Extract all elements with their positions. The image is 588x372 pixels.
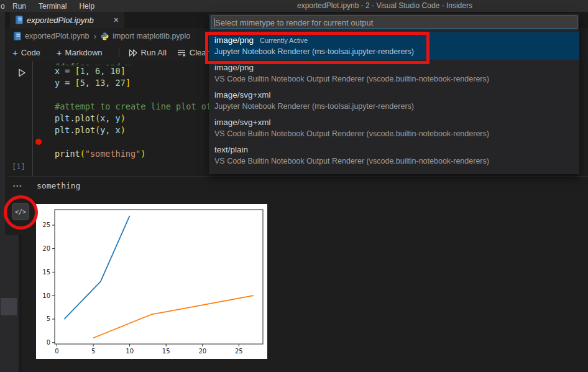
y-tick-label: 5 bbox=[47, 315, 50, 322]
code-editor-area[interactable]: #define x and yx = [1, 6, 10]y = [5, 13,… bbox=[55, 61, 211, 160]
matplotlib-figure: 05101520250510152025 bbox=[36, 204, 267, 359]
toolbar-divider bbox=[119, 49, 119, 57]
code-token: , bbox=[100, 66, 110, 76]
x-tick-label: 5 bbox=[91, 348, 95, 355]
menu-run[interactable]: Run bbox=[6, 2, 32, 11]
toggle-output-code-button[interactable]: </> bbox=[12, 203, 29, 220]
code-token: 6 bbox=[95, 66, 100, 76]
code-token: , bbox=[85, 78, 95, 88]
code-token: , bbox=[105, 78, 115, 88]
add-markdown-button[interactable]: + Markdown bbox=[57, 48, 103, 57]
x-tick-label: 10 bbox=[126, 348, 134, 355]
quickpick-item-label: text/plain bbox=[214, 145, 248, 154]
menu-terminal[interactable]: Terminal bbox=[32, 2, 73, 11]
code-token: ] bbox=[121, 66, 126, 76]
code-token: plot bbox=[75, 125, 96, 135]
code-token: . bbox=[70, 113, 75, 123]
code-token: x bbox=[116, 125, 121, 135]
scrollbar-thumb[interactable] bbox=[1, 298, 17, 315]
quickpick-item[interactable]: image/svg+xmlJupyter Notebook Renderer (… bbox=[209, 87, 579, 114]
code-line[interactable]: x = [1, 6, 10] bbox=[55, 65, 211, 77]
code-token: ) bbox=[140, 149, 145, 159]
x-tick-label: 20 bbox=[198, 348, 206, 355]
code-token: plot bbox=[75, 113, 96, 123]
tab-exportedplot[interactable]: exportedPlot.ipynb × bbox=[10, 12, 124, 28]
quickpick-item-description: VS Code Builtin Notebook Output Renderer… bbox=[214, 75, 579, 83]
menu-help[interactable]: Help bbox=[73, 2, 101, 11]
output-stdout-text: something bbox=[37, 181, 80, 190]
breadcrumb-file[interactable]: exportedPlot.ipynb bbox=[25, 32, 90, 40]
breakpoint-icon[interactable] bbox=[35, 139, 42, 145]
quickpick-item[interactable]: image/pngCurrently ActiveJupyter Noteboo… bbox=[209, 32, 579, 60]
code-line[interactable]: print("something") bbox=[55, 148, 211, 160]
code-token: . bbox=[70, 125, 75, 135]
text-caret bbox=[214, 18, 214, 27]
tab-close-icon[interactable]: × bbox=[114, 16, 119, 24]
quickpick-item-label: image/png bbox=[214, 63, 254, 72]
output-plot-image: 05101520250510152025 bbox=[36, 204, 267, 359]
quickpick-input[interactable]: Select mimetype to render for current ou… bbox=[211, 16, 577, 29]
code-token: plt bbox=[55, 113, 70, 123]
code-token: x bbox=[55, 66, 60, 76]
breadcrumb-symbol[interactable]: import matplotlib.pyplo bbox=[113, 32, 190, 40]
x-tick-label: 25 bbox=[235, 348, 243, 355]
menu-item-partial[interactable]: o bbox=[0, 2, 6, 11]
run-all-label: Run All bbox=[141, 48, 167, 57]
notebook-icon bbox=[14, 32, 21, 40]
output-options-icon[interactable]: ⋯ bbox=[12, 180, 22, 192]
python-icon bbox=[101, 32, 109, 40]
tab-label: exportedPlot.ipynb bbox=[27, 16, 94, 25]
code-token: ] bbox=[126, 78, 131, 88]
code-line[interactable] bbox=[55, 89, 211, 101]
code-token: [ bbox=[75, 78, 80, 88]
run-cell-button[interactable] bbox=[16, 67, 28, 79]
code-token: "something" bbox=[85, 149, 140, 159]
code-token: = bbox=[60, 78, 75, 88]
plus-icon: + bbox=[12, 48, 18, 57]
run-all-button[interactable]: Run All bbox=[128, 48, 167, 58]
code-token: print bbox=[55, 149, 80, 159]
code-token: , bbox=[105, 113, 115, 123]
quickpick-item-label: image/svg+xml bbox=[214, 90, 270, 100]
add-code-label: Code bbox=[21, 48, 40, 57]
quickpick-item[interactable]: text/plainVS Code Builtin Notebook Outpu… bbox=[209, 142, 579, 169]
rail-divider bbox=[19, 235, 22, 372]
chevron-right-icon: › bbox=[94, 31, 97, 41]
code-token: ( bbox=[80, 149, 85, 159]
code-token: 5 bbox=[80, 78, 85, 88]
code-token: 10 bbox=[110, 66, 120, 76]
line-series-0 bbox=[64, 216, 129, 319]
code-line[interactable]: y = [5, 13, 27] bbox=[55, 77, 211, 89]
y-tick-label: 10 bbox=[42, 292, 50, 299]
code-token: , bbox=[85, 66, 95, 76]
add-code-button[interactable]: + Code bbox=[12, 48, 40, 57]
quickpick-item[interactable]: image/pngVS Code Builtin Notebook Output… bbox=[209, 60, 579, 87]
code-token: = bbox=[60, 66, 75, 76]
code-token: #define x and y bbox=[55, 61, 131, 65]
code-line[interactable] bbox=[55, 136, 211, 148]
quickpick-item-label: image/svg+xml bbox=[214, 118, 270, 127]
code-token: 27 bbox=[116, 78, 126, 88]
code-token: ) bbox=[121, 125, 126, 135]
code-line[interactable]: #define x and y bbox=[55, 61, 211, 65]
quickpick-item-description: Jupyter Notebook Renderer (ms-toolsai.ju… bbox=[214, 47, 579, 56]
quickpick-item[interactable]: image/svg+xmlVS Code Builtin Notebook Ou… bbox=[209, 114, 579, 142]
quickpick-placeholder: Select mimetype to render for current ou… bbox=[215, 18, 373, 27]
code-line[interactable]: plt.plot(x, y) bbox=[55, 113, 211, 124]
code-token: 13 bbox=[95, 78, 105, 88]
plus-icon: + bbox=[57, 48, 62, 57]
quickpick-item-badge: Currently Active bbox=[260, 37, 308, 44]
y-tick-label: 15 bbox=[42, 269, 50, 276]
quickpick-item-description: VS Code Builtin Notebook Output Renderer… bbox=[214, 129, 579, 138]
clear-all-icon bbox=[177, 48, 186, 58]
code-line[interactable]: #attempt to create line plot of bbox=[55, 101, 211, 113]
code-token: ) bbox=[121, 113, 126, 123]
code-token: 1 bbox=[80, 66, 85, 76]
code-token: , bbox=[105, 125, 115, 135]
code-line[interactable]: plt.plot(y, x) bbox=[55, 124, 211, 136]
y-tick-label: 20 bbox=[42, 245, 50, 252]
code-token: y bbox=[55, 78, 60, 88]
notebook-icon bbox=[16, 16, 23, 24]
play-icon bbox=[16, 67, 27, 78]
window-title: exportedPlot.ipynb - 2 - Visual Studio C… bbox=[297, 0, 472, 12]
